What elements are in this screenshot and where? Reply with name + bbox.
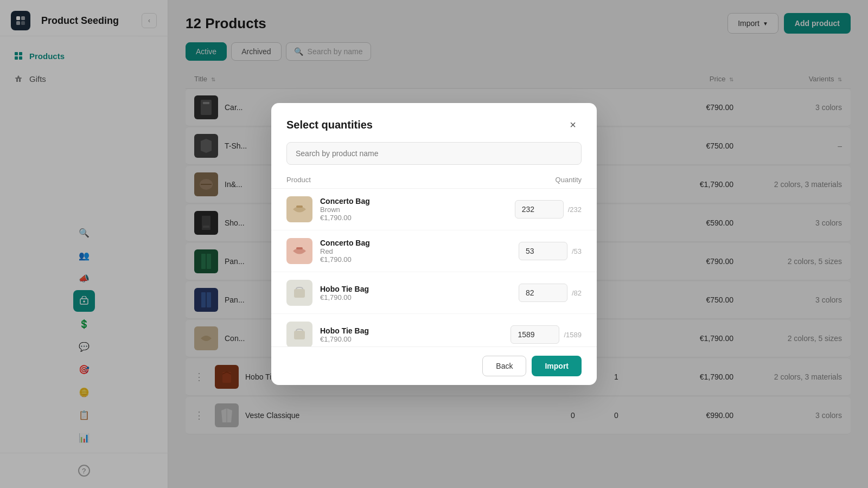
modal-product-thumbnail (286, 196, 312, 222)
modal-search-input[interactable] (286, 142, 582, 165)
modal-product-info: Concerto Bag Brown €1,790.00 (286, 196, 370, 222)
modal-product-name: Concerto Bag (320, 197, 370, 206)
modal-product-price: €1,790.00 (320, 335, 369, 343)
modal-product-info: Hobo Tie Bag €1,790.00 (286, 322, 369, 346)
modal-product-name: Concerto Bag (320, 239, 370, 247)
modal-product-thumbnail (286, 238, 312, 264)
qty-input-wrapper: /1589 (510, 325, 582, 344)
modal-overlay[interactable]: Select quantities × Product Quantity Con… (0, 0, 868, 488)
modal-close-button[interactable]: × (564, 116, 582, 133)
svg-rect-29 (294, 331, 305, 339)
modal-table-header: Product Quantity (271, 171, 597, 189)
modal-search-area (271, 142, 597, 171)
modal-product-name: Hobo Tie Bag (320, 285, 369, 293)
qty-max: /82 (572, 289, 582, 297)
modal-product-row: Concerto Bag Brown €1,790.00 /232 (271, 189, 597, 230)
select-quantities-modal: Select quantities × Product Quantity Con… (271, 103, 597, 385)
svg-rect-27 (296, 247, 303, 249)
qty-input-wrapper: /232 (515, 200, 582, 219)
modal-product-variant: Brown (320, 206, 370, 214)
modal-product-row: Hobo Tie Bag €1,790.00 /1589 (271, 314, 597, 346)
modal-product-row: Hobo Tie Bag €1,790.00 /82 (271, 272, 597, 314)
modal-product-details: Concerto Bag Red €1,790.00 (320, 239, 370, 264)
modal-product-info: Hobo Tie Bag €1,790.00 (286, 280, 369, 306)
qty-max: /53 (572, 247, 582, 255)
modal-product-price: €1,790.00 (320, 293, 369, 301)
modal-product-variant: Red (320, 247, 370, 255)
modal-col-product: Product (286, 176, 311, 184)
modal-product-name: Hobo Tie Bag (320, 326, 369, 335)
modal-product-details: Hobo Tie Bag €1,790.00 (320, 285, 369, 301)
modal-title: Select quantities (286, 119, 373, 131)
quantity-input[interactable] (515, 200, 564, 219)
modal-product-details: Concerto Bag Brown €1,790.00 (320, 197, 370, 222)
modal-product-thumbnail (286, 322, 312, 346)
close-icon: × (570, 119, 576, 131)
modal-product-details: Hobo Tie Bag €1,790.00 (320, 326, 369, 343)
modal-import-button[interactable]: Import (532, 356, 582, 376)
modal-product-thumbnail (286, 280, 312, 306)
modal-product-row: Concerto Bag Red €1,790.00 /53 (271, 230, 597, 272)
modal-body: Concerto Bag Brown €1,790.00 /232 (271, 189, 597, 346)
qty-max: /1589 (564, 331, 582, 339)
modal-product-price: €1,790.00 (320, 255, 370, 264)
back-button[interactable]: Back (482, 356, 526, 376)
svg-rect-28 (294, 289, 305, 298)
qty-max: /232 (568, 206, 582, 214)
modal-col-quantity: Quantity (556, 176, 582, 184)
modal-product-info: Concerto Bag Red €1,790.00 (286, 238, 370, 264)
modal-product-price: €1,790.00 (320, 214, 370, 222)
qty-input-wrapper: /82 (519, 284, 582, 302)
quantity-input[interactable] (510, 325, 559, 344)
modal-header: Select quantities × (271, 103, 597, 142)
quantity-input[interactable] (519, 242, 567, 260)
modal-footer: Back Import (271, 346, 597, 385)
qty-input-wrapper: /53 (519, 242, 582, 260)
quantity-input[interactable] (519, 284, 567, 302)
svg-rect-26 (296, 206, 303, 208)
